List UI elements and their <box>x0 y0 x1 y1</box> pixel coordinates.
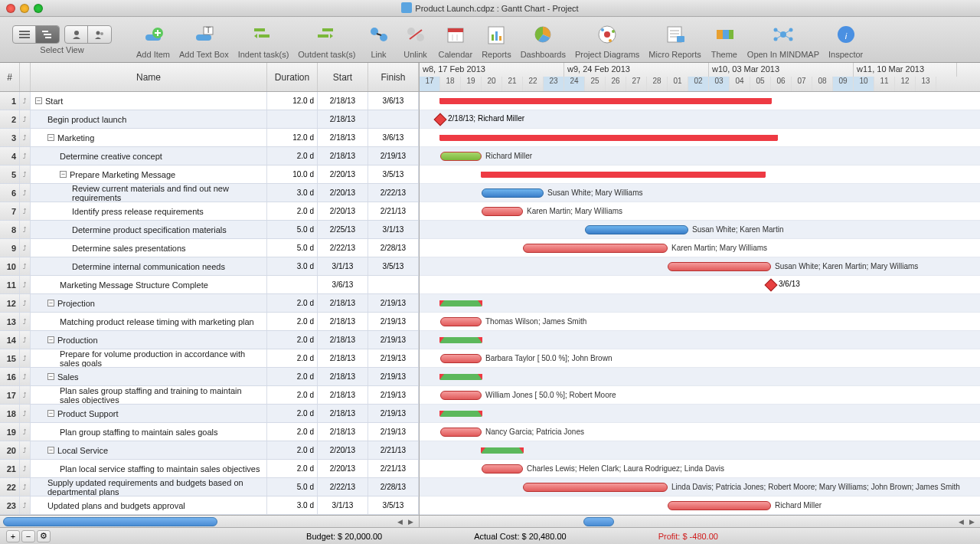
start-cell[interactable]: 2/18/13 <box>318 147 368 165</box>
scroll-right-icon[interactable]: ▶ <box>966 517 977 526</box>
task-name-cell[interactable]: −Sales <box>31 368 267 385</box>
table-row[interactable]: 1⤴−Start12.0 d2/18/133/6/13 <box>0 92 419 110</box>
dashboards-button[interactable]: Dashboards <box>521 21 566 59</box>
finish-cell[interactable]: 3/1/13 <box>368 221 419 238</box>
collapse-icon[interactable]: − <box>47 300 54 306</box>
table-row[interactable]: 5⤴−Prepare Marketing Message10.0 d2/20/1… <box>0 165 419 184</box>
start-cell[interactable]: 3/1/13 <box>318 257 368 275</box>
gantt-bar[interactable] <box>440 411 482 417</box>
finish-cell[interactable] <box>368 110 419 128</box>
task-name-cell[interactable]: −Local Service <box>31 441 267 459</box>
duration-cell[interactable]: 2.0 d <box>267 349 318 367</box>
gantt-bar[interactable]: Richard Miller <box>440 152 482 161</box>
finish-cell[interactable]: 3/5/13 <box>368 496 419 514</box>
link-button[interactable]: Link <box>365 21 393 59</box>
start-cell[interactable]: 2/18/13 <box>318 423 368 441</box>
start-cell[interactable]: 2/20/13 <box>318 184 368 202</box>
task-name-cell[interactable]: −Product Support <box>31 405 267 422</box>
finish-cell[interactable]: 3/6/13 <box>368 92 419 110</box>
start-cell[interactable]: 2/18/13 <box>318 386 368 404</box>
task-name-cell[interactable]: Determine sales presentations <box>31 239 267 257</box>
duration-cell[interactable]: 3.0 d <box>267 496 318 514</box>
table-row[interactable]: 9⤴Determine sales presentations5.0 d2/22… <box>0 239 419 257</box>
start-cell[interactable]: 2/20/13 <box>318 202 368 220</box>
start-cell[interactable]: 2/18/13 <box>318 294 368 312</box>
theme-button[interactable]: Theme <box>710 21 738 59</box>
calendar-button[interactable]: Calendar <box>439 21 473 59</box>
task-name-cell[interactable]: Updated plans and budgets approval <box>31 496 267 514</box>
duration-cell[interactable]: 2.0 d <box>267 368 318 385</box>
collapse-icon[interactable]: − <box>35 97 42 104</box>
start-cell[interactable]: 2/25/13 <box>318 221 368 238</box>
collapse-icon[interactable]: − <box>47 410 54 417</box>
start-cell[interactable]: 2/18/13 <box>318 313 368 330</box>
duration-cell[interactable]: 3.0 d <box>267 184 318 202</box>
duration-cell[interactable]: 5.0 d <box>267 239 318 257</box>
table-row[interactable]: 16⤴−Sales2.0 d2/18/132/19/13 <box>0 368 419 386</box>
table-row[interactable]: 18⤴−Product Support2.0 d2/18/132/19/13 <box>0 405 419 423</box>
start-cell[interactable]: 2/20/13 <box>318 460 368 477</box>
gantt-bar[interactable] <box>482 172 765 178</box>
finish-cell[interactable]: 2/19/13 <box>368 349 419 367</box>
scroll-right-icon[interactable]: ▶ <box>405 517 416 526</box>
finish-cell[interactable]: 2/28/13 <box>368 478 419 496</box>
task-name-cell[interactable]: Supply updated requirements and budgets … <box>31 478 267 496</box>
column-start[interactable]: Start <box>318 63 368 91</box>
table-row[interactable]: 11⤴Marketing Message Structure Complete3… <box>0 276 419 294</box>
gantt-bar[interactable]: Richard Miller <box>668 501 771 510</box>
table-row[interactable]: 23⤴Updated plans and budgets approval3.0… <box>0 496 419 515</box>
gantt-bar[interactable] <box>440 300 482 306</box>
gantt-bar[interactable]: Nancy Garcia; Patricia Jones <box>440 428 482 437</box>
task-name-cell[interactable]: Plan sales group staffing and training t… <box>31 386 267 404</box>
finish-cell[interactable]: 2/19/13 <box>368 386 419 404</box>
start-cell[interactable]: 2/18/13 <box>318 110 368 128</box>
gantt-bar[interactable]: Barbara Taylor [ 50.0 %]; John Brown <box>440 354 482 363</box>
gantt-bar[interactable]: Charles Lewis; Helen Clark; Laura Rodrig… <box>482 464 523 474</box>
finish-cell[interactable] <box>368 276 419 293</box>
collapse-icon[interactable]: − <box>60 171 67 178</box>
duration-cell[interactable]: 5.0 d <box>267 221 318 238</box>
open-mindmap-button[interactable]: Open In MINDMAP <box>747 21 819 59</box>
table-row[interactable]: 21⤴Plan local service staffing to mainta… <box>0 460 419 478</box>
task-name-cell[interactable]: Plan group staffing to maintain sales go… <box>31 423 267 441</box>
indent-button[interactable]: Indent task(s) <box>238 21 289 59</box>
start-cell[interactable]: 2/18/13 <box>318 92 368 110</box>
gantt-bar[interactable]: Susan White; Mary Williams <box>482 188 544 198</box>
table-row[interactable]: 12⤴−Projection2.0 d2/18/132/19/13 <box>0 294 419 313</box>
duration-cell[interactable]: 2.0 d <box>267 202 318 220</box>
collapse-icon[interactable]: − <box>47 336 54 343</box>
duration-cell[interactable] <box>267 276 318 293</box>
people-segment[interactable] <box>64 25 112 44</box>
task-name-cell[interactable]: Review current materials and find out ne… <box>31 184 267 202</box>
view-list-icon[interactable] <box>13 26 36 43</box>
duration-cell[interactable]: 2.0 d <box>267 460 318 477</box>
duration-cell[interactable]: 10.0 d <box>267 165 318 183</box>
task-name-cell[interactable]: Determine internal communication needs <box>31 257 267 275</box>
finish-cell[interactable]: 2/19/13 <box>368 368 419 385</box>
scroll-left-icon[interactable]: ◀ <box>394 517 405 526</box>
settings-button[interactable]: ⚙ <box>37 530 51 542</box>
finish-cell[interactable]: 2/19/13 <box>368 294 419 312</box>
finish-cell[interactable]: 3/6/13 <box>368 129 419 146</box>
outdent-button[interactable]: Outdent task(s) <box>298 21 355 59</box>
table-row[interactable]: 15⤴Prepare for volume production in acco… <box>0 349 419 368</box>
gantt-bar[interactable]: Linda Davis; Patricia Jones; Robert Moor… <box>523 483 668 492</box>
gantt-bar[interactable]: Susan White; Karen Martin; Mary Williams <box>668 262 771 271</box>
table-row[interactable]: 4⤴Determine creative concept2.0 d2/18/13… <box>0 147 419 165</box>
start-cell[interactable]: 2/18/13 <box>318 129 368 146</box>
task-name-cell[interactable]: Determine creative concept <box>31 147 267 165</box>
finish-cell[interactable]: 2/22/13 <box>368 184 419 202</box>
duration-cell[interactable]: 2.0 d <box>267 441 318 459</box>
duration-cell[interactable]: 2.0 d <box>267 147 318 165</box>
duration-cell[interactable] <box>267 110 318 128</box>
gantt-bar[interactable] <box>482 447 523 454</box>
duration-cell[interactable]: 12.0 d <box>267 129 318 146</box>
view-mode-segment[interactable] <box>12 25 60 44</box>
finish-cell[interactable]: 2/19/13 <box>368 423 419 441</box>
finish-cell[interactable]: 3/5/13 <box>368 257 419 275</box>
finish-cell[interactable]: 2/19/13 <box>368 147 419 165</box>
duration-cell[interactable]: 12.0 d <box>267 92 318 110</box>
finish-cell[interactable]: 2/19/13 <box>368 331 419 349</box>
table-row[interactable]: 17⤴Plan sales group staffing and trainin… <box>0 386 419 405</box>
gantt-bar[interactable]: Karen Martin; Mary Williams <box>523 244 668 253</box>
